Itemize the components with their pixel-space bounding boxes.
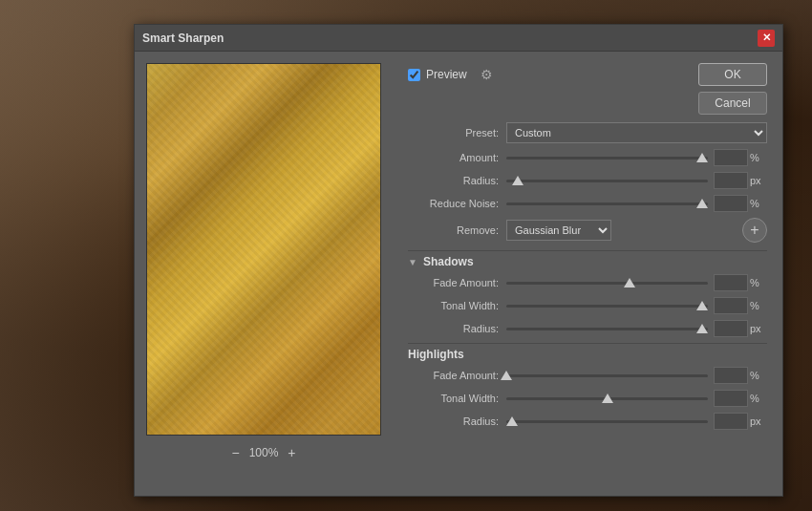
action-buttons: OK Cancel — [698, 63, 767, 115]
amount-value[interactable]: 100 — [714, 149, 748, 166]
shadows-radius-value[interactable]: 100 — [714, 320, 748, 337]
amount-unit: % — [750, 152, 767, 163]
shadows-fade-amount-unit: % — [750, 277, 767, 288]
preview-toolbar: − 100% + — [146, 441, 381, 464]
preview-checkbox[interactable] — [408, 69, 420, 81]
shadows-header-text: Shadows — [423, 255, 474, 268]
highlights-radius-row: Radius: 1 px — [408, 413, 767, 430]
smart-sharpen-dialog: Smart Sharpen ✕ − 100% + Preview ⚙ — [134, 24, 783, 497]
shadows-tonal-width-row: Tonal Width: 100 % — [408, 297, 767, 314]
highlights-fade-amount-track — [506, 374, 708, 377]
shadows-radius-row: Radius: 100 px — [408, 320, 767, 337]
highlights-radius-value[interactable]: 1 — [714, 413, 748, 430]
highlights-fade-amount-unit: % — [750, 370, 767, 381]
highlights-tonal-width-label: Tonal Width: — [408, 393, 499, 404]
highlights-fade-amount-thumb — [501, 371, 512, 380]
radius-slider-container[interactable] — [506, 173, 708, 188]
highlights-fade-amount-value[interactable]: 0 — [714, 367, 748, 384]
more-options-button[interactable]: + — [742, 218, 767, 243]
shadows-fade-amount-value[interactable]: 61 — [714, 274, 748, 291]
shadows-radius-track — [506, 328, 708, 330]
shadows-tonal-width-label: Tonal Width: — [408, 300, 499, 311]
highlights-radius-track — [506, 420, 708, 423]
shadows-radius-thumb — [696, 324, 708, 333]
radius-unit: px — [750, 175, 767, 186]
preview-checkbox-row: Preview ⚙ — [408, 67, 493, 82]
zoom-in-button[interactable]: + — [288, 445, 295, 460]
shadows-fade-amount-slider[interactable] — [506, 275, 708, 290]
top-controls: Preview ⚙ OK Cancel — [408, 63, 767, 115]
highlights-tonal-width-thumb — [602, 394, 613, 403]
shadows-fade-amount-row: Fade Amount: 61 % — [408, 274, 767, 291]
shadows-tonal-width-thumb — [696, 301, 708, 310]
zoom-level: 100% — [249, 446, 279, 459]
highlights-radius-thumb — [506, 416, 518, 426]
highlights-tonal-width-value[interactable]: 50 — [714, 390, 748, 407]
shadows-fade-amount-track — [506, 282, 708, 285]
preset-select[interactable]: Custom Default — [506, 122, 767, 143]
close-button[interactable]: ✕ — [758, 30, 775, 47]
highlights-tonal-width-slider[interactable] — [506, 391, 708, 406]
highlights-fade-amount-label: Fade Amount: — [408, 370, 499, 381]
radius-row: Radius: 1.0 px — [408, 172, 767, 189]
remove-select[interactable]: Gaussian Blur Lens Blur Motion Blur — [506, 220, 611, 241]
shadows-tonal-width-track — [506, 305, 708, 308]
shadows-chevron[interactable]: ▼ — [408, 257, 417, 267]
shadows-tonal-width-slider[interactable] — [506, 298, 708, 313]
amount-slider-container[interactable] — [506, 150, 708, 165]
preset-row: Preset: Custom Default — [408, 122, 767, 143]
reduce-noise-slider-thumb — [696, 199, 708, 208]
highlights-header-text: Highlights — [408, 348, 464, 361]
highlights-fade-amount-slider[interactable] — [506, 368, 708, 383]
highlights-tonal-width-row: Tonal Width: 50 % — [408, 390, 767, 407]
highlights-radius-label: Radius: — [408, 415, 499, 427]
shadows-fade-amount-label: Fade Amount: — [408, 277, 499, 288]
ok-button[interactable]: OK — [698, 63, 767, 86]
preview-image[interactable] — [146, 63, 381, 436]
shadows-radius-slider[interactable] — [506, 321, 708, 336]
shadows-radius-label: Radius: — [408, 323, 499, 334]
dialog-titlebar: Smart Sharpen ✕ — [135, 25, 782, 52]
highlights-tonal-width-track — [506, 397, 708, 400]
highlights-radius-unit: px — [750, 415, 767, 427]
controls-panel: Preview ⚙ OK Cancel Preset: Custom Defau… — [393, 52, 782, 496]
zoom-out-button[interactable]: − — [231, 445, 239, 460]
preset-label: Preset: — [408, 127, 499, 138]
radius-slider-thumb — [512, 176, 524, 185]
radius-label: Radius: — [408, 175, 499, 186]
radius-slider-track — [506, 180, 708, 182]
shadows-radius-unit: px — [750, 323, 767, 334]
amount-label: Amount: — [408, 152, 499, 163]
reduce-noise-row: Reduce Noise: 100 % — [408, 195, 767, 212]
reduce-noise-label: Reduce Noise: — [408, 198, 499, 209]
preview-label: Preview — [426, 68, 467, 81]
highlights-section-header: Highlights — [408, 343, 767, 361]
cancel-button[interactable]: Cancel — [698, 92, 767, 115]
highlights-tonal-width-unit: % — [750, 393, 767, 404]
reduce-noise-slider-track — [506, 202, 708, 205]
shadows-tonal-width-unit: % — [750, 300, 767, 311]
dialog-title: Smart Sharpen — [142, 32, 224, 45]
reduce-noise-slider-container[interactable] — [506, 196, 708, 211]
shadows-fade-amount-thumb — [624, 278, 635, 287]
more-options-area: + — [615, 218, 767, 243]
shadows-section-header: ▼ Shadows — [408, 250, 767, 268]
reduce-noise-unit: % — [750, 198, 767, 209]
shadows-tonal-width-value[interactable]: 100 — [714, 297, 748, 314]
amount-row: Amount: 100 % — [408, 149, 767, 166]
remove-label: Remove: — [408, 224, 499, 236]
remove-row: Remove: Gaussian Blur Lens Blur Motion B… — [408, 218, 767, 243]
highlights-radius-slider[interactable] — [506, 414, 708, 429]
amount-slider-thumb — [696, 153, 708, 162]
amount-slider-track — [506, 157, 708, 160]
highlights-fade-amount-row: Fade Amount: 0 % — [408, 367, 767, 384]
radius-value[interactable]: 1.0 — [714, 172, 748, 189]
reduce-noise-value[interactable]: 100 — [714, 195, 748, 212]
preview-panel: − 100% + — [135, 52, 393, 496]
gear-button[interactable]: ⚙ — [481, 67, 493, 82]
dialog-body: − 100% + Preview ⚙ OK Cancel — [135, 52, 782, 496]
